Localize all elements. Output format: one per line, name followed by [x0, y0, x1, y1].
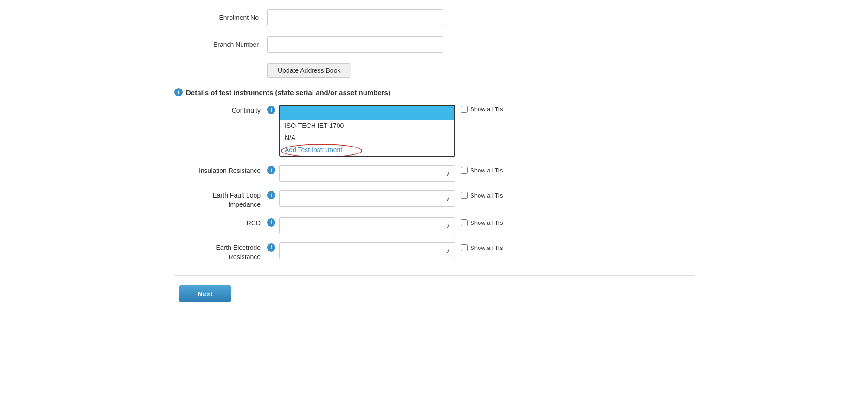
earth-fault-arrow: ∨ — [446, 195, 450, 202]
continuity-label: Continuity — [174, 105, 267, 114]
rcd-show-all-checkbox[interactable] — [461, 219, 468, 226]
section-info-icon: i — [174, 88, 183, 96]
earth-electrode-info-icon: i — [267, 243, 275, 252]
continuity-show-all-checkbox[interactable] — [461, 106, 468, 113]
earth-fault-dropdown[interactable]: ∨ — [279, 190, 455, 207]
branch-number-input[interactable] — [267, 36, 443, 53]
earth-electrode-label: Earth Electrode Resistance — [174, 242, 267, 261]
rcd-show-all-label: Show all TIs — [470, 219, 503, 226]
earth-fault-loop-label: Earth Fault Loop Impedance — [174, 190, 267, 209]
continuity-option-2[interactable]: N/A — [280, 132, 454, 144]
insulation-resistance-show-all-checkbox[interactable] — [461, 167, 468, 174]
continuity-option-1[interactable]: ISO-TECH IET 1700 — [280, 120, 454, 132]
rcd-arrow: ∨ — [446, 223, 450, 230]
insulation-resistance-show-all-label: Show all TIs — [470, 167, 503, 174]
earth-electrode-show-all-label: Show all TIs — [470, 244, 503, 251]
insulation-resistance-arrow: ∨ — [446, 170, 450, 177]
update-address-book-button[interactable]: Update Address Book — [267, 63, 351, 78]
rcd-info-icon: i — [267, 218, 275, 227]
earth-electrode-dropdown[interactable]: ∨ — [279, 242, 455, 259]
earth-electrode-arrow: ∨ — [446, 248, 450, 255]
continuity-add-instrument[interactable]: Add Test Instrument — [280, 144, 454, 156]
rcd-dropdown[interactable]: ∨ — [279, 217, 455, 234]
continuity-selected-row — [280, 106, 454, 120]
continuity-info-icon: i — [267, 106, 275, 114]
section-header: i Details of test instruments (state ser… — [174, 88, 694, 96]
rcd-label: RCD — [174, 217, 267, 227]
next-button[interactable]: Next — [179, 285, 231, 302]
insulation-resistance-label: Insulation Resistance — [174, 165, 267, 174]
earth-fault-show-all-checkbox[interactable] — [461, 192, 468, 199]
earth-electrode-show-all-checkbox[interactable] — [461, 244, 468, 251]
enrolment-no-input[interactable] — [267, 9, 443, 26]
insulation-resistance-info-icon: i — [267, 166, 275, 174]
continuity-dropdown[interactable]: ISO-TECH IET 1700 N/A Add Test Instrumen… — [279, 105, 455, 157]
enrolment-no-label: Enrolment No — [174, 14, 267, 21]
branch-number-label: Branch Number — [174, 41, 267, 48]
footer-divider — [174, 275, 694, 276]
continuity-show-all-label: Show all TIs — [470, 106, 503, 113]
earth-fault-info-icon: i — [267, 191, 275, 199]
earth-fault-show-all-label: Show all TIs — [470, 192, 503, 199]
insulation-resistance-dropdown[interactable]: ∨ — [279, 165, 455, 182]
